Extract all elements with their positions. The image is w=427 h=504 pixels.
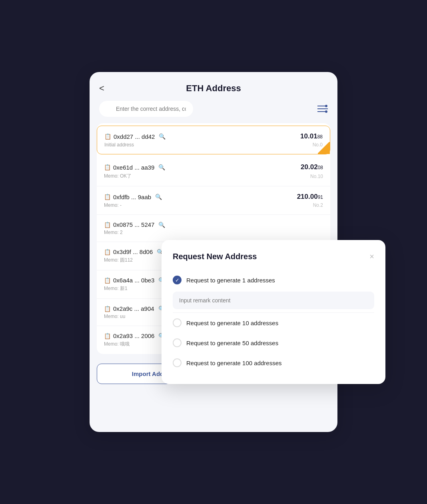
svg-point-3 (325, 105, 327, 107)
copy-icon[interactable]: 📋 (104, 164, 111, 170)
address-amount: 10.0188 (300, 132, 323, 140)
address-search-icon[interactable]: 🔍 (158, 222, 165, 228)
address-memo: Initial address (104, 142, 134, 148)
copy-icon[interactable]: 📋 (104, 277, 111, 284)
radio-option[interactable]: Request to generate 1 addresses (173, 270, 374, 290)
address-search-icon[interactable]: 🔍 (155, 194, 162, 200)
modal-options: Request to generate 1 addresses Request … (173, 270, 374, 373)
address-text: 0x2a9c ... a904 (113, 305, 154, 312)
search-input[interactable] (99, 101, 193, 117)
radio-label: Request to generate 100 addresses (186, 360, 282, 366)
back-button[interactable]: < (99, 83, 104, 94)
modal-header: Request New Address × (173, 252, 374, 261)
copy-icon[interactable]: 📋 (104, 306, 111, 312)
address-search-icon[interactable]: 🔍 (159, 133, 166, 140)
modal-overlay: Request New Address × Request to generat… (162, 240, 385, 384)
address-number: No.10 (310, 174, 323, 179)
search-wrap: 🔍 (99, 101, 313, 117)
svg-point-4 (325, 110, 327, 113)
address-memo: Memo: - (104, 202, 122, 208)
header: < ETH Address (90, 72, 337, 101)
address-search-icon[interactable]: 🔍 (158, 164, 165, 170)
address-text: 0xfdfb ... 9aab (113, 194, 151, 200)
list-item[interactable]: 📋 0x0875 ... 5247 🔍 Memo: 2 (97, 215, 330, 242)
copy-icon[interactable]: 📋 (104, 133, 111, 140)
address-number: No.2 (313, 202, 323, 208)
address-amount: 20.0208 (301, 163, 323, 171)
active-corner (318, 142, 330, 154)
radio-option[interactable]: Request to generate 10 addresses (173, 313, 374, 333)
address-memo: Memo: 2 (104, 230, 123, 235)
modal: Request New Address × Request to generat… (162, 240, 385, 384)
address-text: 0x6a4a ... 0be3 (113, 277, 154, 284)
radio-label: Request to generate 10 addresses (186, 320, 278, 326)
radio-circle[interactable] (173, 318, 182, 327)
search-row: 🔍 (90, 101, 337, 123)
copy-icon[interactable]: 📋 (104, 249, 111, 255)
radio-circle[interactable] (173, 358, 182, 367)
address-text: 0xe61d ... aa39 (113, 164, 154, 171)
radio-circle[interactable] (173, 338, 182, 347)
list-item[interactable]: 📋 0xe61d ... aa39 🔍 20.0208 Memo: OK了 No… (97, 157, 330, 186)
address-text: 0x2a93 ... 2006 (113, 332, 154, 339)
main-card: < ETH Address 🔍 📋 0xdd27 ... dd42 🔍 (90, 72, 337, 432)
remark-input[interactable] (173, 292, 374, 309)
radio-label: Request to generate 1 addresses (186, 277, 275, 284)
radio-label: Request to generate 50 addresses (186, 340, 278, 346)
list-item[interactable]: 📋 0xfdfb ... 9aab 🔍 210.0091 Memo: - No.… (97, 186, 330, 215)
radio-option[interactable]: Request to generate 50 addresses (173, 333, 374, 353)
modal-title: Request New Address (173, 252, 257, 261)
filter-button[interactable] (317, 104, 328, 113)
copy-icon[interactable]: 📋 (104, 194, 111, 200)
copy-icon[interactable]: 📋 (104, 333, 111, 339)
address-text: 0x0875 ... 5247 (113, 221, 154, 228)
address-memo: Memo: 圆112 (104, 257, 133, 264)
copy-icon[interactable]: 📋 (104, 222, 111, 228)
modal-close-button[interactable]: × (369, 252, 374, 261)
address-amount: 210.0091 (297, 193, 323, 201)
address-memo: Memo: OK了 (104, 173, 132, 180)
address-memo: Memo: 新1 (104, 285, 128, 292)
list-item[interactable]: 📋 0xdd27 ... dd42 🔍 10.0188 Initial addr… (97, 126, 330, 154)
address-memo: Memo: uu (104, 314, 125, 319)
radio-circle[interactable] (173, 276, 182, 284)
radio-option[interactable]: Request to generate 100 addresses (173, 353, 374, 373)
address-memo: Memo: 哦哦 (104, 341, 130, 348)
address-text: 0xdd27 ... dd42 (114, 133, 155, 140)
address-text: 0x3d9f ... 8d06 (113, 248, 153, 255)
page-title: ETH Address (186, 83, 241, 94)
